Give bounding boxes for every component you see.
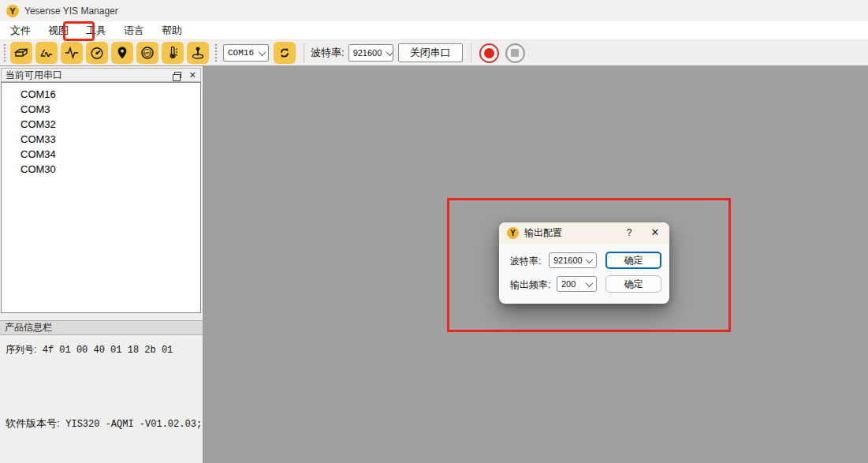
dialog-output-rate-select[interactable]: 200 <box>557 276 597 292</box>
dialog-baud-label: 波特率: <box>510 255 541 268</box>
list-item-port[interactable]: COM34 <box>2 147 200 162</box>
serial-port-dock-panel: 当前可用串口 ✕ COM16 COM3 COM32 COM33 COM34 CO… <box>0 66 203 463</box>
attitude-wave-icon[interactable] <box>35 42 58 64</box>
software-version-label: 软件版本号: <box>6 417 60 429</box>
close-icon[interactable]: ✕ <box>189 71 196 80</box>
dialog-baud-select[interactable]: 921600 <box>549 252 597 268</box>
toolbar-grip[interactable] <box>3 43 7 62</box>
baud-rate-label: 波特率: <box>311 46 345 60</box>
dialog-close-button[interactable]: ✕ <box>647 226 663 240</box>
dock-title: 当前可用串口 <box>6 69 166 82</box>
utc-clock-icon[interactable]: UTC <box>136 42 158 64</box>
dock-header: 当前可用串口 ✕ <box>1 68 201 82</box>
toolbar-grip[interactable] <box>214 43 218 62</box>
dialog-output-rate-label: 输出频率: <box>510 278 550 292</box>
app-window: Y Yesense YIS Manager 文件 视图 工具 语言 帮助 <box>0 0 868 463</box>
list-item-port[interactable]: COM16 <box>2 87 200 102</box>
menu-help[interactable]: 帮助 <box>153 21 191 39</box>
dialog-title-bar: Y 输出配置 ? ✕ <box>499 222 669 244</box>
toolbar-separator <box>471 43 471 63</box>
baud-confirm-button[interactable]: 确定 <box>605 252 661 269</box>
chevron-down-icon <box>586 279 594 287</box>
dialog-title: 输出配置 <box>524 226 562 240</box>
close-serial-port-button[interactable]: 关闭串口 <box>398 43 463 62</box>
chevron-down-icon <box>259 48 266 56</box>
serial-number-label: 序列号: <box>6 344 36 355</box>
output-rate-config-row: 输出频率: 200 确定 <box>510 276 550 293</box>
location-pin-icon[interactable] <box>111 42 133 64</box>
menu-bar: 文件 视图 工具 语言 帮助 <box>0 21 868 40</box>
baud-rate-config-row: 波特率: 921600 确定 <box>510 252 541 270</box>
record-button[interactable] <box>479 43 499 63</box>
window-title: Yesense YIS Manager <box>24 6 118 17</box>
toolbar: UTC COM16 <box>0 40 868 66</box>
dialog-help-button[interactable]: ? <box>622 226 636 240</box>
stop-button[interactable] <box>505 43 525 63</box>
menu-language[interactable]: 语言 <box>115 21 153 39</box>
software-version-value: YIS320 -AQMI -V01.02.03; <box>65 419 202 430</box>
svg-text:UTC: UTC <box>143 51 151 55</box>
record-icon <box>484 48 494 58</box>
output-config-dialog: Y 输出配置 ? ✕ 波特率: 921600 确定 输出频率: 20 <box>499 222 669 304</box>
stop-icon <box>511 49 519 57</box>
chevron-down-icon <box>586 256 594 263</box>
raw-wave-icon[interactable] <box>61 42 83 64</box>
gauge-icon[interactable] <box>86 42 108 64</box>
product-info-header: 产品信息栏 <box>0 320 203 335</box>
dialog-output-rate-value: 200 <box>561 279 576 289</box>
thermometer-icon[interactable] <box>162 42 184 64</box>
cube-3d-icon[interactable] <box>10 42 32 64</box>
list-item-port[interactable]: COM32 <box>2 117 200 132</box>
menu-view[interactable]: 视图 <box>39 21 77 39</box>
serial-port-list: COM16 COM3 COM32 COM33 COM34 COM30 <box>1 82 201 313</box>
chevron-down-icon <box>386 48 394 56</box>
app-logo-icon: Y <box>6 5 19 17</box>
output-rate-confirm-button[interactable]: 确定 <box>605 275 661 293</box>
pendulum-icon[interactable] <box>187 42 209 64</box>
port-select-value: COM16 <box>228 48 254 58</box>
dialog-baud-value: 921600 <box>553 256 583 265</box>
refresh-icon[interactable] <box>274 42 296 64</box>
dialog-app-icon: Y <box>507 227 519 239</box>
list-item-port[interactable]: COM33 <box>2 132 200 147</box>
menu-file[interactable]: 文件 <box>2 21 39 39</box>
title-bar: Y Yesense YIS Manager <box>0 0 868 21</box>
menu-tools[interactable]: 工具 <box>77 21 115 39</box>
list-item-port[interactable]: COM3 <box>2 102 200 117</box>
port-select[interactable]: COM16 <box>223 44 269 62</box>
toolbar-separator <box>304 43 304 63</box>
baud-rate-select[interactable]: 921600 <box>348 44 393 62</box>
baud-rate-value: 921600 <box>353 48 382 58</box>
serial-number-row: 序列号: 4f 01 00 40 01 18 2b 01 <box>6 343 173 357</box>
undock-icon[interactable] <box>174 72 181 78</box>
workspace-area: Y 输出配置 ? ✕ 波特率: 921600 确定 输出频率: 20 <box>203 66 868 463</box>
list-item-port[interactable]: COM30 <box>2 162 200 177</box>
software-version-row: 软件版本号: YIS320 -AQMI -V01.02.03; <box>6 416 202 431</box>
serial-number-value: 4f 01 00 40 01 18 2b 01 <box>43 345 173 356</box>
